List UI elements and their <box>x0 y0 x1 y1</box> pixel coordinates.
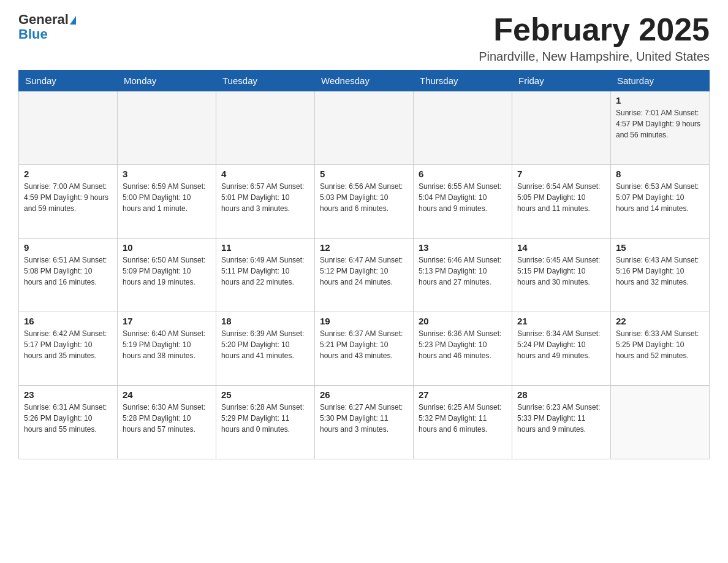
day-info: Sunrise: 7:01 AM Sunset: 4:57 PM Dayligh… <box>616 107 704 140</box>
calendar-cell <box>19 91 118 165</box>
day-info: Sunrise: 6:30 AM Sunset: 5:28 PM Dayligh… <box>123 402 211 435</box>
calendar-week-row: 16Sunrise: 6:42 AM Sunset: 5:17 PM Dayli… <box>19 312 710 386</box>
day-number: 17 <box>123 316 211 326</box>
calendar-week-row: 2Sunrise: 7:00 AM Sunset: 4:59 PM Daylig… <box>19 165 710 239</box>
calendar-cell: 11Sunrise: 6:49 AM Sunset: 5:11 PM Dayli… <box>216 239 315 312</box>
calendar-cell <box>216 91 315 165</box>
calendar-cell <box>315 91 414 165</box>
day-info: Sunrise: 6:54 AM Sunset: 5:05 PM Dayligh… <box>517 181 605 214</box>
calendar-table: SundayMondayTuesdayWednesdayThursdayFrid… <box>18 70 710 459</box>
day-info: Sunrise: 6:50 AM Sunset: 5:09 PM Dayligh… <box>123 255 211 288</box>
calendar-header-wednesday: Wednesday <box>315 71 414 91</box>
location-subtitle: Pinardville, New Hampshire, United State… <box>479 50 710 64</box>
day-info: Sunrise: 6:37 AM Sunset: 5:21 PM Dayligh… <box>320 328 408 361</box>
calendar-cell: 26Sunrise: 6:27 AM Sunset: 5:30 PM Dayli… <box>315 386 414 459</box>
calendar-cell: 10Sunrise: 6:50 AM Sunset: 5:09 PM Dayli… <box>118 239 216 312</box>
calendar-header-friday: Friday <box>512 71 611 91</box>
calendar-cell: 5Sunrise: 6:56 AM Sunset: 5:03 PM Daylig… <box>315 165 414 239</box>
calendar-cell: 22Sunrise: 6:33 AM Sunset: 5:25 PM Dayli… <box>611 312 710 386</box>
calendar-header-row: SundayMondayTuesdayWednesdayThursdayFrid… <box>19 71 710 91</box>
calendar-cell: 20Sunrise: 6:36 AM Sunset: 5:23 PM Dayli… <box>414 312 512 386</box>
day-info: Sunrise: 6:27 AM Sunset: 5:30 PM Dayligh… <box>320 402 408 435</box>
calendar-cell: 19Sunrise: 6:37 AM Sunset: 5:21 PM Dayli… <box>315 312 414 386</box>
calendar-header-monday: Monday <box>118 71 216 91</box>
day-number: 22 <box>616 316 704 326</box>
day-number: 8 <box>616 169 704 179</box>
calendar-cell: 28Sunrise: 6:23 AM Sunset: 5:33 PM Dayli… <box>512 386 611 459</box>
day-info: Sunrise: 6:34 AM Sunset: 5:24 PM Dayligh… <box>517 328 605 361</box>
day-info: Sunrise: 6:43 AM Sunset: 5:16 PM Dayligh… <box>616 255 704 288</box>
day-number: 7 <box>517 169 605 179</box>
day-info: Sunrise: 6:53 AM Sunset: 5:07 PM Dayligh… <box>616 181 704 214</box>
day-info: Sunrise: 6:33 AM Sunset: 5:25 PM Dayligh… <box>616 328 704 361</box>
calendar-cell: 1Sunrise: 7:01 AM Sunset: 4:57 PM Daylig… <box>611 91 710 165</box>
calendar-cell <box>512 91 611 165</box>
logo-general-text: General <box>18 12 69 27</box>
page-header: General Blue February 2025 Pinardville, … <box>18 12 710 64</box>
day-number: 14 <box>517 242 605 253</box>
day-number: 28 <box>517 389 605 400</box>
calendar-cell <box>414 91 512 165</box>
calendar-cell: 15Sunrise: 6:43 AM Sunset: 5:16 PM Dayli… <box>611 239 710 312</box>
day-number: 27 <box>419 389 507 400</box>
day-number: 26 <box>320 389 408 400</box>
day-number: 15 <box>616 242 704 253</box>
day-info: Sunrise: 6:51 AM Sunset: 5:08 PM Dayligh… <box>24 255 112 288</box>
day-number: 24 <box>123 389 211 400</box>
day-number: 3 <box>123 169 211 179</box>
calendar-cell <box>611 386 710 459</box>
day-number: 18 <box>221 316 309 326</box>
logo-triangle-icon <box>70 16 76 25</box>
calendar-cell: 12Sunrise: 6:47 AM Sunset: 5:12 PM Dayli… <box>315 239 414 312</box>
calendar-week-row: 23Sunrise: 6:31 AM Sunset: 5:26 PM Dayli… <box>19 386 710 459</box>
day-info: Sunrise: 6:47 AM Sunset: 5:12 PM Dayligh… <box>320 255 408 288</box>
day-number: 16 <box>24 316 112 326</box>
day-info: Sunrise: 6:55 AM Sunset: 5:04 PM Dayligh… <box>419 181 507 214</box>
day-info: Sunrise: 6:56 AM Sunset: 5:03 PM Dayligh… <box>320 181 408 214</box>
month-title: February 2025 <box>479 12 710 47</box>
day-number: 13 <box>419 242 507 253</box>
day-info: Sunrise: 6:25 AM Sunset: 5:32 PM Dayligh… <box>419 402 507 435</box>
calendar-cell: 9Sunrise: 6:51 AM Sunset: 5:08 PM Daylig… <box>19 239 118 312</box>
day-info: Sunrise: 6:36 AM Sunset: 5:23 PM Dayligh… <box>419 328 507 361</box>
calendar-header-tuesday: Tuesday <box>216 71 315 91</box>
day-number: 9 <box>24 242 112 253</box>
calendar-cell: 6Sunrise: 6:55 AM Sunset: 5:04 PM Daylig… <box>414 165 512 239</box>
calendar-cell: 16Sunrise: 6:42 AM Sunset: 5:17 PM Dayli… <box>19 312 118 386</box>
day-number: 5 <box>320 169 408 179</box>
calendar-cell: 18Sunrise: 6:39 AM Sunset: 5:20 PM Dayli… <box>216 312 315 386</box>
day-number: 2 <box>24 169 112 179</box>
calendar-cell: 8Sunrise: 6:53 AM Sunset: 5:07 PM Daylig… <box>611 165 710 239</box>
calendar-cell: 2Sunrise: 7:00 AM Sunset: 4:59 PM Daylig… <box>19 165 118 239</box>
day-info: Sunrise: 6:59 AM Sunset: 5:00 PM Dayligh… <box>123 181 211 214</box>
calendar-cell: 27Sunrise: 6:25 AM Sunset: 5:32 PM Dayli… <box>414 386 512 459</box>
day-info: Sunrise: 6:49 AM Sunset: 5:11 PM Dayligh… <box>221 255 309 288</box>
calendar-cell: 4Sunrise: 6:57 AM Sunset: 5:01 PM Daylig… <box>216 165 315 239</box>
day-info: Sunrise: 6:23 AM Sunset: 5:33 PM Dayligh… <box>517 402 605 435</box>
day-info: Sunrise: 6:39 AM Sunset: 5:20 PM Dayligh… <box>221 328 309 361</box>
calendar-cell: 25Sunrise: 6:28 AM Sunset: 5:29 PM Dayli… <box>216 386 315 459</box>
day-info: Sunrise: 6:40 AM Sunset: 5:19 PM Dayligh… <box>123 328 211 361</box>
day-number: 1 <box>616 95 704 105</box>
day-number: 21 <box>517 316 605 326</box>
day-info: Sunrise: 6:45 AM Sunset: 5:15 PM Dayligh… <box>517 255 605 288</box>
calendar-cell: 23Sunrise: 6:31 AM Sunset: 5:26 PM Dayli… <box>19 386 118 459</box>
logo-blue-text: Blue <box>18 27 76 42</box>
logo: General Blue <box>18 12 76 42</box>
day-number: 12 <box>320 242 408 253</box>
day-number: 4 <box>221 169 309 179</box>
calendar-cell <box>118 91 216 165</box>
calendar-cell: 3Sunrise: 6:59 AM Sunset: 5:00 PM Daylig… <box>118 165 216 239</box>
calendar-week-row: 1Sunrise: 7:01 AM Sunset: 4:57 PM Daylig… <box>19 91 710 165</box>
calendar-cell: 13Sunrise: 6:46 AM Sunset: 5:13 PM Dayli… <box>414 239 512 312</box>
day-info: Sunrise: 6:42 AM Sunset: 5:17 PM Dayligh… <box>24 328 112 361</box>
calendar-header-sunday: Sunday <box>19 71 118 91</box>
calendar-cell: 21Sunrise: 6:34 AM Sunset: 5:24 PM Dayli… <box>512 312 611 386</box>
day-info: Sunrise: 6:31 AM Sunset: 5:26 PM Dayligh… <box>24 402 112 435</box>
day-number: 20 <box>419 316 507 326</box>
day-number: 11 <box>221 242 309 253</box>
day-info: Sunrise: 6:57 AM Sunset: 5:01 PM Dayligh… <box>221 181 309 214</box>
day-info: Sunrise: 6:46 AM Sunset: 5:13 PM Dayligh… <box>419 255 507 288</box>
calendar-week-row: 9Sunrise: 6:51 AM Sunset: 5:08 PM Daylig… <box>19 239 710 312</box>
calendar-cell: 17Sunrise: 6:40 AM Sunset: 5:19 PM Dayli… <box>118 312 216 386</box>
